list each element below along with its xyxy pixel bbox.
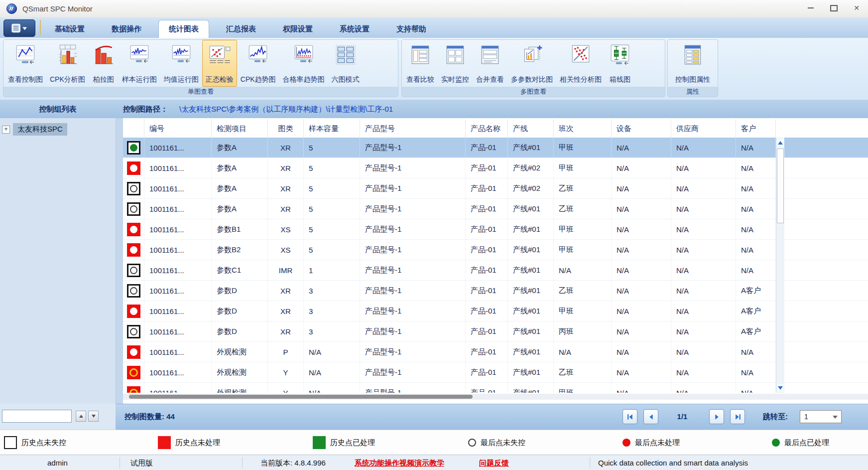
ribbon-button-label: 箱线图 <box>610 75 630 84</box>
column-header-8[interactable]: 班次 <box>554 120 612 138</box>
video-tutorial-link[interactable]: 系统功能操作视频演示教学 <box>355 455 444 470</box>
ribbon-button-label: 六图模式 <box>332 75 360 84</box>
jump-to-select[interactable]: 1 <box>800 410 842 423</box>
ribbon-button-label: CPK趋势图 <box>241 75 276 84</box>
cell-filler <box>776 178 868 198</box>
find-down-button[interactable] <box>88 411 99 422</box>
vertical-scrollbar[interactable] <box>776 138 784 393</box>
table-row-12[interactable]: 1001161...外观检测YN/A产品型号-1产品-01产线#01乙班N/AN… <box>123 362 868 383</box>
ribbon-tab-7[interactable]: 支持帮助 <box>386 20 436 38</box>
cell-item: 外观检测 <box>212 383 268 393</box>
feedback-link[interactable]: 问题反馈 <box>479 455 509 470</box>
table-header: 编号检测项目图类样本容量产品型号产品名称产线班次设备供应商客户 <box>123 120 868 138</box>
statusbar-divider <box>242 457 243 469</box>
ribbon-button-multi-param[interactable]: 多参数对比图 <box>507 40 556 87</box>
legend-item-3: 历史点已处理 <box>313 430 375 455</box>
ribbon-button-compare[interactable]: 查看比较 <box>403 40 438 87</box>
ribbon-button-six-chart[interactable]: 六图模式 <box>328 40 363 87</box>
cell-model: 产品型号-1 <box>360 342 466 362</box>
ribbon-tab-6[interactable]: 系统设置 <box>330 20 379 38</box>
ribbon-button-mean-run[interactable]: 均值运行图 <box>160 40 202 87</box>
column-header-2[interactable]: 检测项目 <box>212 120 268 138</box>
ribbon-tab-1[interactable]: 基础设置 <box>45 20 95 38</box>
ribbon-button-realtime[interactable]: 实时监控 <box>438 40 473 87</box>
legend-square-swatch <box>158 436 171 449</box>
column-header-6[interactable]: 产品名称 <box>466 120 508 138</box>
vertical-scrollbar-thumb[interactable] <box>777 149 784 223</box>
ribbon-button-pareto[interactable]: 柏拉图 <box>89 40 119 87</box>
tree-expand-icon[interactable]: + <box>2 126 10 134</box>
tree-node-label[interactable]: 太友科技SPC <box>13 123 67 136</box>
column-header-7[interactable]: 产线 <box>508 120 554 138</box>
cell-customer: A客户 <box>736 301 776 321</box>
horizontal-scrollbar-thumb[interactable] <box>129 395 473 399</box>
tree-node-root[interactable]: + 太友科技SPC <box>2 123 67 136</box>
cell-line: 产线#01 <box>508 240 554 260</box>
app-menu-button[interactable] <box>3 19 35 37</box>
ribbon-group-3: 控制图属性属性 <box>667 39 718 97</box>
column-header-9[interactable]: 设备 <box>612 120 671 138</box>
cell-sample_size: 5 <box>304 199 360 219</box>
cell-item: 参数B1 <box>212 219 268 239</box>
column-header-3[interactable]: 图类 <box>268 120 304 138</box>
ribbon-button-passrate-trend[interactable]: 合格率趋势图 <box>279 40 328 87</box>
ribbon-tab-3[interactable]: 统计图表 <box>158 20 209 38</box>
maximize-button[interactable] <box>822 0 845 16</box>
cell-shift: 乙班 <box>554 281 612 301</box>
ribbon-button-control-chart[interactable]: 查看控制图 <box>4 40 46 87</box>
ribbon-tab-2[interactable]: 数据操作 <box>102 20 151 38</box>
ribbon-button-sample-run[interactable]: 样本运行图 <box>119 40 160 87</box>
table-row-6[interactable]: 1001161...参数B2XS5产品型号-1产品-01产线#01甲班N/AN/… <box>123 240 868 260</box>
cell-product: 产品-01 <box>466 383 508 393</box>
ribbon-button-cpk-trend[interactable]: CPK趋势图 <box>237 40 279 87</box>
horizontal-scrollbar[interactable] <box>123 394 868 400</box>
table-row-10[interactable]: 1001161...参数DXR3产品型号-1产品-01产线#01丙班N/AN/A… <box>123 321 868 342</box>
table-row-1[interactable]: 1001161...参数AXR5产品型号-1产品-01产线#01甲班N/AN/A… <box>123 138 868 158</box>
status-red-ring-icon <box>127 366 140 379</box>
ribbon-button-merge[interactable]: 合并查看 <box>473 40 507 87</box>
ribbon-button-normality[interactable]: 正态检验 <box>202 40 237 87</box>
control-group-tree-panel: + 太友科技SPC <box>0 118 116 404</box>
scroll-down-button[interactable] <box>777 384 784 392</box>
path-bar: 控制组列表 控制图路径： \太友科技SPC\参考案例（以工序顺序构建）\计量型检… <box>0 100 868 118</box>
tree-filter-input[interactable] <box>2 410 72 423</box>
table-row-9[interactable]: 1001161...参数DXR3产品型号-1产品-01产线#01甲班N/AN/A… <box>123 301 868 321</box>
table-row-8[interactable]: 1001161...参数DXR3产品型号-1产品-01产线#01乙班N/AN/A… <box>123 281 868 301</box>
table-row-7[interactable]: 1001161...参数C1IMR1产品型号-1产品-01产线#01N/AN/A… <box>123 260 868 281</box>
column-header-1[interactable]: 编号 <box>144 120 212 138</box>
first-page-button[interactable] <box>622 409 637 424</box>
cell-customer: N/A <box>736 342 776 362</box>
ribbon-button-correlation[interactable]: 相关性分析图 <box>556 40 605 87</box>
ribbon-button-chart-props[interactable]: 控制图属性 <box>672 40 714 87</box>
table-row-5[interactable]: 1001161...参数B1XS5产品型号-1产品-01产线#01甲班N/AN/… <box>123 219 868 240</box>
next-page-button[interactable] <box>709 409 724 424</box>
cell-id: 1001161... <box>144 158 212 178</box>
table-row-13[interactable]: 1001161...外观检测YN/A产品型号-1产品-01产线#01甲班N/AN… <box>123 383 868 393</box>
table-row-4[interactable]: 1001161...参数AXR5产品型号-1产品-01产线#01乙班N/AN/A… <box>123 199 868 219</box>
column-header-10[interactable]: 供应商 <box>671 120 736 138</box>
control-chart-table: 编号检测项目图类样本容量产品型号产品名称产线班次设备供应商客户 1001161.… <box>123 118 868 404</box>
ribbon-button-boxplot[interactable]: 箱线图 <box>605 40 635 87</box>
column-header-4[interactable]: 样本容量 <box>304 120 360 138</box>
cell-id: 1001161... <box>144 301 212 321</box>
table-row-3[interactable]: 1001161...参数AXR5产品型号-1产品-01产线#02乙班N/AN/A… <box>123 178 868 199</box>
prev-page-button[interactable] <box>643 409 658 424</box>
ribbon-tab-4[interactable]: 汇总报表 <box>216 20 266 38</box>
cell-sample_size: 5 <box>304 158 360 178</box>
table-row-11[interactable]: 1001161...外观检测PN/A产品型号-1产品-01产线#01N/AN/A… <box>123 342 868 362</box>
column-header-5[interactable]: 产品型号 <box>360 120 466 138</box>
last-page-button[interactable] <box>730 409 745 424</box>
cell-supplier: N/A <box>671 219 736 239</box>
scroll-up-button[interactable] <box>777 139 784 147</box>
status-cell <box>123 362 144 382</box>
close-button[interactable]: ✕ <box>845 0 868 16</box>
table-row-2[interactable]: 1001161...参数AXR5产品型号-1产品-01产线#02甲班N/AN/A… <box>123 158 868 178</box>
status-red-dot-icon <box>127 345 140 359</box>
ribbon-button-cpk-analysis[interactable]: CPK分析图 <box>46 40 89 87</box>
ribbon-tab-5[interactable]: 权限设置 <box>273 20 323 38</box>
minimize-button[interactable] <box>799 0 822 16</box>
chart-path-label: 控制图路径： <box>123 100 168 118</box>
find-up-button[interactable] <box>76 411 86 422</box>
down-arrow-icon <box>92 415 96 418</box>
column-header-11[interactable]: 客户 <box>736 120 776 138</box>
